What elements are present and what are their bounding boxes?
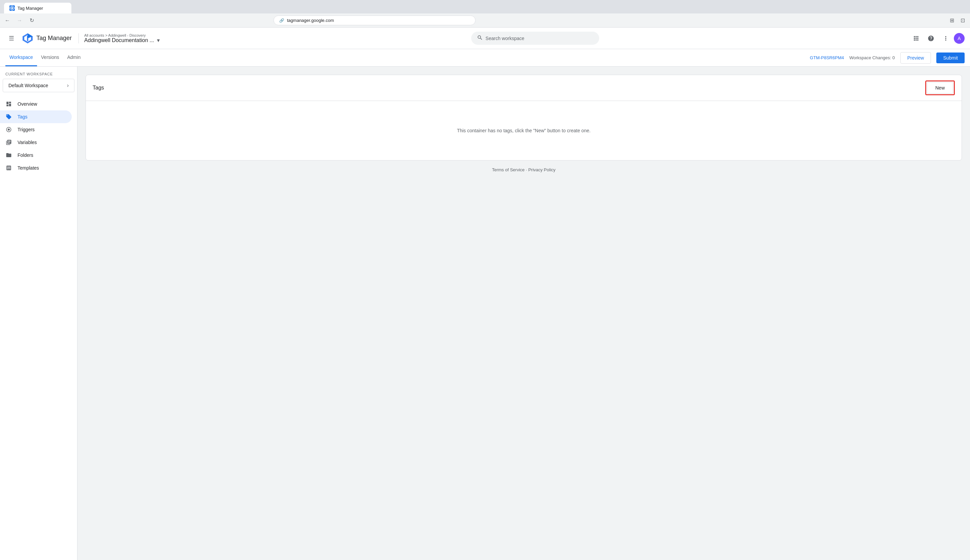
overview-icon [5,101,12,107]
sidebar-item-triggers-label: Triggers [18,127,35,132]
workspace-changes: Workspace Changes: 0 [850,55,895,60]
tags-card: Tags New This container has no tags, cli… [85,75,962,160]
tab-workspace[interactable]: Workspace [5,49,37,66]
header-actions: A [909,32,965,45]
sidebar: CURRENT WORKSPACE Default Workspace › Ov… [0,67,77,560]
app-name-label: Tag Manager [36,35,72,42]
workspace-selector[interactable]: Default Workspace › [3,79,74,92]
workspace-dropdown-button[interactable]: ▼ [156,38,161,43]
new-tag-button[interactable]: New [927,82,953,93]
content-area: Tags New This container has no tags, cli… [77,67,970,560]
nav-back-button[interactable]: ← [3,16,12,25]
tab-admin[interactable]: Admin [63,49,85,66]
all-accounts-link[interactable]: All accounts [84,33,104,37]
breadcrumb-bottom: Addingwell Documentation ... ▼ [84,37,161,43]
nav-tabs: Workspace Versions Admin GTM-P8SR6PM4 Wo… [0,49,970,67]
workspace-name-label: Addingwell Documentation ... [84,37,154,43]
nav-forward-button[interactable]: → [15,16,24,25]
sidebar-item-triggers[interactable]: Triggers [0,123,72,136]
submit-button[interactable]: Submit [936,52,965,63]
empty-state-message: This container has no tags, click the "N… [457,128,591,133]
folders-icon [5,152,12,158]
triggers-icon [5,127,12,133]
header-breadcrumb: All accounts > Addingwell - Discovery Ad… [79,33,161,43]
new-button-highlight: New [925,80,955,95]
nav-drawer-button[interactable]: ☰ [5,32,18,45]
header-left: ☰ Tag Manager All accounts > Addingwell … [5,32,161,45]
apps-button[interactable] [909,32,923,45]
app-header: ☰ Tag Manager All accounts > Addingwell … [0,28,970,49]
privacy-policy-link[interactable]: Privacy Policy [528,167,555,172]
templates-icon [5,165,12,171]
terms-of-service-link[interactable]: Terms of Service [492,167,525,172]
nav-refresh-button[interactable]: ↻ [27,16,36,25]
sidebar-item-variables[interactable]: Variables [0,136,72,149]
search-icon [477,35,483,42]
breadcrumb-top: All accounts > Addingwell - Discovery [84,33,161,37]
url-text: tagmanager.google.com [287,18,334,23]
sidebar-item-variables-label: Variables [18,140,37,145]
workspace-chevron-icon: › [67,82,69,88]
extensions-button[interactable]: ⊞ [947,16,957,25]
card-header: Tags New [86,75,962,101]
help-button[interactable] [924,32,938,45]
sidebar-item-overview[interactable]: Overview [0,98,72,110]
footer: Terms of Service · Privacy Policy [85,160,962,179]
nav-right: GTM-P8SR6PM4 Workspace Changes: 0 Previe… [810,52,965,63]
browser-tab[interactable]: Tag Manager [4,3,72,13]
preview-button[interactable]: Preview [900,52,931,63]
card-title: Tags [93,85,104,91]
svg-point-9 [8,128,10,131]
breadcrumb-sub: Addingwell - Discovery [108,33,146,37]
gtm-logo-icon [22,32,34,45]
tags-icon [5,114,12,120]
gtm-logo[interactable]: Tag Manager [22,32,72,45]
sidebar-item-tags-label: Tags [18,114,28,120]
address-bar[interactable]: 🔗 tagmanager.google.com [273,15,476,25]
main-layout: CURRENT WORKSPACE Default Workspace › Ov… [0,67,970,560]
breadcrumb-sep: > [105,33,108,37]
browser-toolbar: ← → ↻ 🔗 tagmanager.google.com ⊞ ⊡ [0,13,970,28]
sidebar-item-folders-label: Folders [18,152,33,158]
variables-icon [5,139,12,145]
sidebar-item-folders[interactable]: Folders [0,149,72,162]
sidebar-item-templates[interactable]: Templates [0,162,72,174]
search-placeholder-text: Search workspace [486,36,524,41]
search-bar[interactable]: Search workspace [471,32,599,45]
empty-state: This container has no tags, click the "N… [86,101,962,160]
workspace-selector-name: Default Workspace [8,83,48,88]
sidebar-item-templates-label: Templates [18,165,39,171]
lock-icon: 🔗 [279,18,284,23]
user-avatar[interactable]: A [954,33,965,44]
browser-chrome: Tag Manager ← → ↻ 🔗 tagmanager.google.co… [0,0,970,28]
tab-favicon [9,5,15,11]
tab-title: Tag Manager [18,6,43,11]
container-id: GTM-P8SR6PM4 [810,55,844,60]
sidebar-item-overview-label: Overview [18,101,37,107]
current-workspace-label: CURRENT WORKSPACE [0,72,77,79]
sidebar-item-tags[interactable]: Tags [0,110,72,123]
browser-actions: ⊞ ⊡ [947,16,967,25]
more-options-button[interactable] [939,32,952,45]
tab-versions[interactable]: Versions [37,49,63,66]
header-search: Search workspace [161,32,909,45]
sidebar-button[interactable]: ⊡ [958,16,967,25]
